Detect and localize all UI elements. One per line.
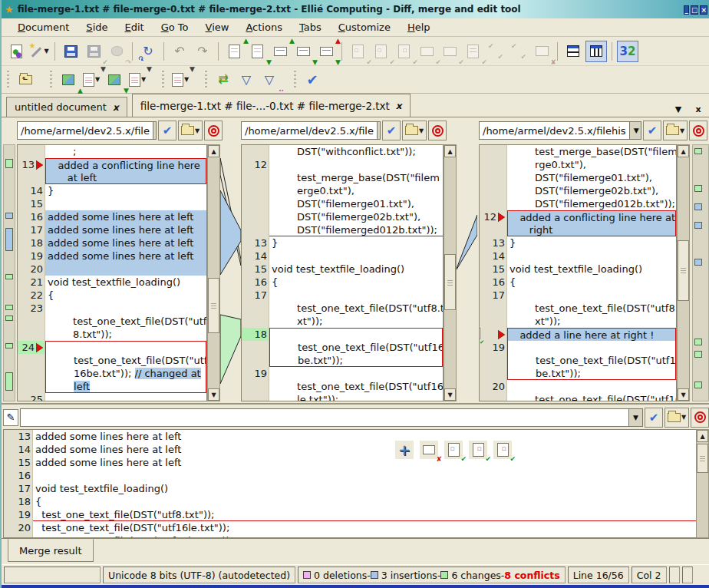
- code-row[interactable]: 14: [242, 249, 443, 263]
- code-row[interactable]: test_merge_base(DST("fileme: [480, 145, 676, 158]
- code-row[interactable]: 16added some lines here at left: [18, 210, 206, 223]
- left-validate-button[interactable]: ✔: [158, 121, 176, 140]
- code-row[interactable]: 16: [4, 469, 708, 482]
- result-path-combo[interactable]: ▼: [20, 408, 643, 427]
- swap-sides-button[interactable]: ⇄: [213, 69, 234, 91]
- result-validate-button[interactable]: ✔: [645, 408, 663, 428]
- code-row[interactable]: 13 added a conflicting line here: [18, 158, 206, 171]
- code-row[interactable]: 18: [242, 328, 443, 341]
- next-unresolved-conflict-button[interactable]: ▲▼: [315, 41, 337, 62]
- document-format-button[interactable]: ●●: [5, 41, 27, 62]
- code-row[interactable]: 17: [242, 289, 443, 302]
- code-row[interactable]: left: [18, 380, 206, 393]
- accept-base-change-button[interactable]: ▫✔: [370, 41, 391, 62]
- code-row[interactable]: 12 added a conflicting line here at: [480, 210, 676, 223]
- accept-all-sides-button[interactable]: ✔: [462, 41, 483, 62]
- base-file-pane[interactable]: DST("withconflict.txt"));12 test_merge_b…: [241, 144, 444, 401]
- filter-custom-button[interactable]: ▽∙∙: [259, 69, 280, 91]
- accept-right-change-button[interactable]: ▫✔: [393, 41, 414, 62]
- code-row[interactable]: xt"));: [480, 315, 676, 328]
- code-row[interactable]: ;: [18, 145, 206, 158]
- parent-folder-button[interactable]: ⬑: [15, 69, 36, 91]
- right-validate-button[interactable]: ✔: [643, 121, 661, 140]
- code-row[interactable]: DST("filemerge01.txt"),: [242, 197, 443, 210]
- accept-change-right-button[interactable]: ▫✔: [493, 441, 512, 459]
- right-overview-ruler[interactable]: [692, 144, 709, 401]
- document-tab-active[interactable]: file-merge-1.txt # file-...-0.txt # file…: [132, 94, 411, 117]
- right-open-file-button[interactable]: ▼: [663, 121, 688, 140]
- menu-document[interactable]: Document: [9, 20, 77, 35]
- scroll-up-icon[interactable]: ▲: [444, 145, 456, 157]
- accept-left-then-right-button[interactable]: ✔: [416, 41, 437, 62]
- menu-tabs[interactable]: Tabs: [291, 20, 330, 35]
- code-row[interactable]: test_one_text_file(DST("utf16: [242, 341, 443, 354]
- code-row[interactable]: 21void test_textfile_loading(): [18, 276, 206, 289]
- minimize-button[interactable]: _: [684, 5, 689, 15]
- base-open-file-button[interactable]: ▼: [402, 121, 427, 140]
- previous-conflict-button[interactable]: ▲: [269, 41, 291, 62]
- code-row[interactable]: 14added some lines here at left: [4, 443, 708, 456]
- code-row[interactable]: 20: [18, 263, 206, 276]
- result-text-area[interactable]: 13added some lines here at left14added s…: [3, 429, 709, 538]
- document-tab[interactable]: untitled documentx: [6, 97, 127, 117]
- code-row[interactable]: 19 test_one_text_file(DST("utf8.txt"));: [4, 508, 708, 521]
- code-row[interactable]: xt"));: [242, 315, 443, 328]
- code-row[interactable]: 17: [480, 289, 676, 302]
- code-row[interactable]: 20: [480, 380, 676, 393]
- code-row[interactable]: 15void test_textfile_loading(): [480, 263, 676, 276]
- tab-close-icon[interactable]: x: [396, 101, 402, 111]
- code-row[interactable]: 17void test_textfile_loading(): [4, 482, 708, 495]
- left-pane-scrollbar[interactable]: ▲ ▼: [207, 144, 220, 401]
- close-document-button[interactable]: x: [691, 103, 706, 117]
- code-row[interactable]: 16{: [242, 276, 443, 289]
- chevron-down-icon[interactable]: ▼: [629, 122, 641, 139]
- menu-help[interactable]: Help: [399, 20, 439, 35]
- code-row[interactable]: DST("filemerge01.txt"),: [480, 171, 676, 184]
- document-list-right-button[interactable]: ▼▼: [127, 69, 148, 91]
- validate-button[interactable]: ✔: [302, 69, 323, 91]
- compare-images-left-button[interactable]: ▲: [58, 69, 79, 91]
- code-row[interactable]: 15: [18, 197, 206, 210]
- base-validate-button[interactable]: ✔: [382, 121, 401, 140]
- code-row[interactable]: 13added some lines here at left: [4, 430, 708, 443]
- code-row[interactable]: test_one_text_file(DST("utf16l: [480, 393, 676, 401]
- code-row[interactable]: 18{: [4, 495, 708, 508]
- accept-change-left-button[interactable]: ▫✔: [444, 441, 463, 459]
- code-row[interactable]: test_one_text_file(DST("utf16: [480, 354, 676, 367]
- code-row[interactable]: 24: [18, 341, 206, 354]
- menu-actions[interactable]: Actions: [237, 20, 291, 35]
- layout-columns-button[interactable]: [585, 41, 607, 62]
- base-target-button[interactable]: [428, 121, 447, 140]
- unresolve-change-button[interactable]: ✘: [531, 41, 552, 62]
- code-row[interactable]: le.txt"));: [242, 393, 443, 401]
- base-path-combo[interactable]: /home/armel/dev2.5.x/file ▼: [241, 121, 381, 140]
- code-row[interactable]: ▫✔ added a line here at right !: [480, 328, 676, 341]
- wizard-button[interactable]: ▼: [28, 41, 50, 62]
- previous-difference-button[interactable]: ▲: [223, 41, 245, 62]
- scroll-down-icon[interactable]: ▼: [208, 388, 219, 401]
- undo-button[interactable]: ↶: [169, 41, 190, 62]
- document-list-left-button[interactable]: ▼▼: [81, 69, 102, 91]
- code-row[interactable]: DST("filemerge02b.txt"),: [242, 210, 443, 223]
- document-list-result-button[interactable]: ▼▼: [170, 69, 191, 91]
- code-row[interactable]: 25: [18, 393, 206, 401]
- code-row[interactable]: 23: [18, 302, 206, 315]
- code-row[interactable]: right: [480, 223, 676, 236]
- left-path-combo[interactable]: /home/armel/dev2.5.x/file ▼: [17, 121, 157, 140]
- right-file-pane[interactable]: test_merge_base(DST("fileme rge0.txt"), …: [479, 144, 677, 401]
- apply-all-right-button[interactable]: ✔✔: [508, 41, 529, 62]
- toolbar-drag-handle[interactable]: [50, 71, 54, 89]
- code-row[interactable]: 22{: [18, 289, 206, 302]
- chevron-down-icon[interactable]: ▼: [377, 122, 381, 139]
- save-button[interactable]: [60, 41, 81, 62]
- layout-rows-button[interactable]: [562, 41, 584, 62]
- tab-list-dropdown[interactable]: ▼: [671, 103, 686, 117]
- menu-side[interactable]: Side: [77, 20, 116, 35]
- redo-button[interactable]: ↷: [192, 41, 213, 62]
- code-row[interactable]: test_one_text_file(DST("utf8.t: [480, 302, 676, 315]
- menu-view[interactable]: View: [197, 20, 238, 35]
- filter-button[interactable]: ▽: [236, 69, 257, 91]
- close-button[interactable]: ×: [700, 5, 707, 15]
- code-row[interactable]: 16be.txt")); // changed at: [18, 367, 206, 380]
- accept-change-base-button[interactable]: ▫✔: [469, 441, 487, 459]
